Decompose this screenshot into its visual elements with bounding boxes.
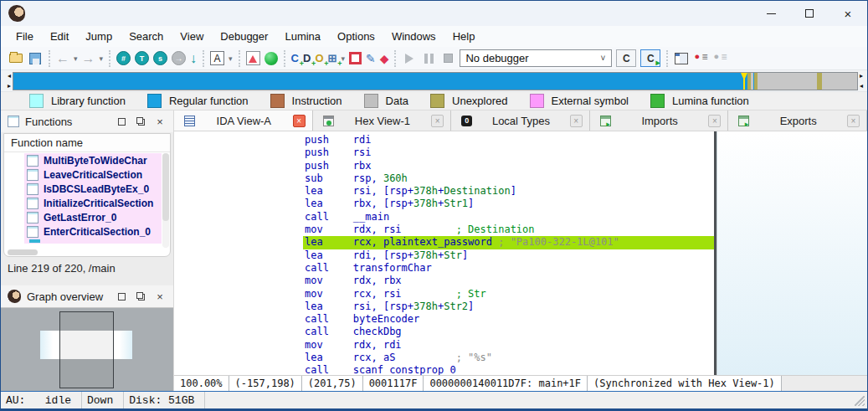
menu-windows[interactable]: Windows [383,28,444,45]
maximize-button[interactable] [790,1,829,26]
function-row[interactable]: MultiByteToWideChar [24,153,162,167]
menu-file[interactable]: File [8,28,42,45]
function-row[interactable]: LeaveCriticalSection [24,167,162,182]
array-icon[interactable] [349,52,362,64]
graph-viewport-rect[interactable] [59,311,114,388]
legend-item: Library function [29,94,126,108]
menu-view[interactable]: View [172,28,212,45]
breakpoint-list-icon[interactable] [693,51,708,66]
debugger-run-icon[interactable] [402,51,417,66]
jump-return-icon[interactable]: → [172,51,186,65]
graph-maximize-icon[interactable] [115,290,128,303]
functions-column-header[interactable]: Function name [4,134,170,152]
asm-line[interactable]: mov rdx, rsi ; Destination [303,223,714,236]
debugger-selector[interactable]: No debugger ˅ [460,49,612,67]
tab-close-icon[interactable]: × [570,115,583,127]
create-enum-icon[interactable]: O [315,52,323,64]
graph-float-icon[interactable] [134,290,147,303]
tab-exports[interactable]: Exports× [728,110,867,131]
tab-local-types[interactable]: 0Local Types× [451,110,590,131]
functions-close-icon[interactable]: × [153,115,167,128]
run-script-icon[interactable]: C [640,49,660,67]
jump-string-icon[interactable]: s [153,51,167,65]
asm-line-highlighted[interactable]: lea rcx, plaintext_password ; "Pa100-322… [303,236,714,249]
create-data-icon[interactable]: D [303,52,311,64]
asm-line[interactable]: call checkDbg [303,326,714,338]
asm-line[interactable]: call transformChar [303,262,714,275]
asm-line[interactable]: lea rcx, aS ; "%s" [303,352,714,364]
tab-close-icon[interactable]: × [847,115,860,127]
window-list-icon[interactable] [674,51,689,66]
forward-dropdown-icon[interactable]: ▾ [100,54,104,63]
create-struct-icon[interactable]: C [291,52,299,64]
graph-close-icon[interactable]: × [153,290,167,303]
asm-line[interactable]: mov rcx, rsi ; Str [303,288,714,301]
function-row[interactable]: EnterCriticalSection_0 [24,224,162,239]
resize-grip[interactable] [855,396,865,406]
menu-debugger[interactable]: Debugger [212,28,276,45]
colors-icon[interactable] [246,51,260,65]
menu-options[interactable]: Options [329,28,383,45]
minimize-button[interactable] [752,1,790,26]
navigation-band[interactable] [13,72,858,90]
function-row[interactable]: GetLastError_0 [24,210,162,224]
asm-line[interactable]: lea rdi, [rsp+378h+Str] [303,249,714,262]
asm-line[interactable]: call byteEncoder [303,313,714,326]
asm-line[interactable]: sub rsp, 360h [303,172,714,185]
navigate-forward-icon[interactable]: → [82,52,95,65]
tab-close-icon[interactable]: × [708,115,721,127]
functions-vertical-scrollbar[interactable] [162,153,169,248]
jump-down-icon[interactable]: ↓ [190,51,197,66]
back-dropdown-icon[interactable]: ▾ [74,54,78,63]
asm-line[interactable]: lea rbx, [rsp+378h+Str1] [303,198,714,210]
breakpoint-diamond-icon[interactable]: ◆ [380,52,389,65]
menu-edit[interactable]: Edit [42,28,77,45]
functions-maximize-icon[interactable] [115,115,128,128]
debugger-stop-icon[interactable] [440,51,455,66]
edit-pencil-icon[interactable]: ✎ [366,52,376,65]
function-row-partial[interactable] [24,239,162,244]
tab-hex-view-1[interactable]: Hex View-1× [313,110,452,131]
create-window-icon[interactable]: ⊞ [328,52,337,64]
band-scroll-right[interactable]: ▸◂ [858,72,865,90]
asm-line[interactable]: mov rdx, rbx [303,275,714,287]
asm-line[interactable]: lea rsi, [rsp+378h+Str2] [303,301,714,313]
asm-line[interactable]: mov rdx, rdi [303,339,714,352]
ascii-string-icon[interactable]: A [210,51,224,65]
asm-line[interactable]: call __main [303,211,714,223]
debugger-pause-icon[interactable] [421,51,436,66]
asm-line[interactable]: call scanf_constprop_0 [303,364,714,375]
tab-imports[interactable]: Imports× [590,110,729,131]
open-file-icon[interactable] [8,51,23,66]
band-scroll-left[interactable]: ◂▸ [6,72,13,90]
disassembly-listing[interactable]: push rdipush rsipush rbxsub rsp, 360hlea… [174,131,714,375]
tab-close-icon[interactable]: × [431,115,444,127]
legend-label: Lumina function [672,95,749,107]
string-style-dropdown-icon[interactable]: ▾ [229,54,233,63]
navigate-back-icon[interactable]: ← [56,52,69,65]
compile-script-icon[interactable]: C [616,49,636,67]
functions-horizontal-scrollbar[interactable] [6,249,160,255]
lumina-ball-icon[interactable] [265,52,278,65]
asm-line[interactable]: push rbx [303,160,714,172]
asm-line[interactable]: push rdi [303,134,714,146]
menu-help[interactable]: Help [444,28,484,45]
function-row[interactable]: InitializeCriticalSection [24,196,162,210]
graph-overview-canvas[interactable] [1,307,173,391]
tab-ida-view-a[interactable]: IDA View-A× [174,110,313,131]
function-icon [27,226,39,238]
jump-address-icon[interactable]: # [116,51,131,65]
close-button[interactable]: × [829,1,867,26]
asm-line[interactable]: lea rsi, [rsp+378h+Destination] [303,185,714,198]
menu-lumina[interactable]: Lumina [276,28,329,45]
asm-line[interactable]: push rsi [303,146,714,159]
tab-close-icon[interactable]: × [293,115,306,127]
functions-float-icon[interactable] [134,115,147,128]
menu-jump[interactable]: Jump [77,28,121,45]
function-row[interactable]: IsDBCSLeadByteEx_0 [24,182,162,196]
jump-name-icon[interactable]: T [135,51,149,65]
save-file-icon[interactable] [28,51,43,66]
watch-list-icon[interactable] [712,51,727,66]
menu-search[interactable]: Search [121,28,172,45]
functions-list-container: Function name MultiByteToWideCharLeaveCr… [3,133,171,257]
